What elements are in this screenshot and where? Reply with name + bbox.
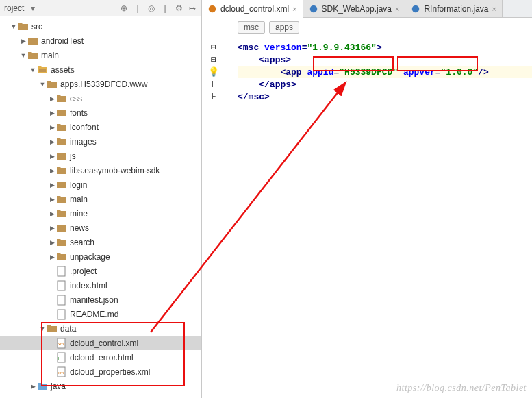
- tree-label: images: [70, 137, 97, 147]
- collapsed-arrow-icon[interactable]: ▶: [48, 239, 56, 246]
- collapsed-arrow-icon[interactable]: ▶: [48, 210, 56, 217]
- code-line[interactable]: <msc version="1.9.9.43166">: [238, 41, 532, 53]
- arrow-icon[interactable]: ↦: [188, 3, 197, 13]
- tree-node-apps[interactable]: ▼ apps.H5339DFCD.www: [0, 77, 201, 91]
- folder-icon: [56, 194, 67, 205]
- collapsed-arrow-icon[interactable]: ▶: [48, 196, 56, 203]
- tree-folder[interactable]: ▶news: [0, 221, 201, 235]
- expand-arrow-icon[interactable]: ▼: [38, 81, 47, 88]
- tree-folder[interactable]: ▶unpackage: [0, 249, 201, 264]
- tree-folder[interactable]: ▶libs.easymob-webim-sdk: [0, 163, 201, 177]
- svg-point-12: [309, 5, 317, 12]
- collapsed-arrow-icon[interactable]: ▶: [48, 95, 56, 102]
- expand-arrow-icon[interactable]: ▼: [29, 66, 37, 73]
- tree-folder[interactable]: ▶images: [0, 134, 201, 149]
- tree-label: iconfont: [70, 123, 99, 132]
- chevron-down-icon[interactable]: ▾: [28, 3, 38, 13]
- collapsed-arrow-icon[interactable]: ▶: [48, 124, 56, 131]
- folder-icon: [56, 237, 67, 248]
- folder-icon: [56, 151, 67, 162]
- collapsed-arrow-icon[interactable]: ▶: [48, 167, 56, 174]
- collapse-icon[interactable]: ⊕: [119, 3, 129, 13]
- collapsed-arrow-icon[interactable]: ▶: [29, 383, 37, 390]
- fold-minus-icon[interactable]: ⊟: [209, 55, 218, 64]
- collapsed-arrow-icon[interactable]: ▶: [19, 38, 27, 45]
- folder-icon: [27, 50, 38, 61]
- editor-tab[interactable]: SDK_WebApp.java×: [303, 0, 406, 17]
- collapsed-arrow-icon[interactable]: ▶: [48, 225, 56, 232]
- expand-arrow-icon[interactable]: ▼: [38, 325, 47, 332]
- breadcrumb-bar: msc apps: [202, 18, 532, 37]
- tree-label: java: [51, 382, 66, 391]
- expand-arrow-icon[interactable]: ▼: [10, 23, 18, 30]
- xml-tag: apps: [264, 55, 286, 65]
- breadcrumb[interactable]: apps: [269, 21, 299, 34]
- gear-icon[interactable]: ⚙: [174, 3, 183, 13]
- lightbulb-icon[interactable]: 💡: [209, 67, 218, 77]
- collapsed-arrow-icon[interactable]: ▶: [48, 182, 56, 188]
- tree-node-src[interactable]: ▼ src: [0, 19, 201, 34]
- tree-node-dcloud-error[interactable]: ▶ h dcloud_error.html: [0, 350, 201, 364]
- tree-label: news: [70, 223, 89, 233]
- xml-tag: msc: [249, 92, 264, 102]
- folder-icon: [56, 93, 67, 104]
- tree-file[interactable]: ▶manifest.json: [0, 293, 201, 307]
- tree-folder[interactable]: ▶login: [0, 177, 201, 192]
- tree-file[interactable]: ▶README.md: [0, 307, 201, 321]
- tree-label: dcloud_error.html: [70, 353, 134, 362]
- code-editor[interactable]: ⊟ ⊟ 💡 ⊦ ⊦ <msc version="1.9.9.43166"> <a…: [202, 37, 532, 398]
- tree-folder[interactable]: ▶search: [0, 235, 201, 249]
- code-line[interactable]: </msc>: [238, 90, 532, 103]
- file-icon: [56, 295, 67, 306]
- file-icon: [56, 266, 67, 277]
- project-tree[interactable]: ▼ src ▶ androidTest ▼ main ▼ assets: [0, 16, 201, 398]
- tree-node-data[interactable]: ▼ data: [0, 321, 201, 336]
- close-icon[interactable]: ×: [395, 5, 399, 13]
- collapsed-arrow-icon[interactable]: ▶: [48, 138, 56, 145]
- tree-node-androidTest[interactable]: ▶ androidTest: [0, 34, 201, 48]
- tree-label: src: [31, 22, 42, 32]
- folder-icon: [56, 208, 67, 219]
- sep-icon: |: [133, 3, 142, 13]
- tree-folder[interactable]: ▶mine: [0, 206, 201, 221]
- collapsed-arrow-icon[interactable]: ▶: [48, 110, 56, 116]
- tree-node-dcloud-properties[interactable]: ▶ xml dcloud_properties.xml: [0, 364, 201, 379]
- folder-icon: [56, 136, 67, 147]
- folder-icon: [56, 223, 67, 234]
- folder-icon: [56, 165, 67, 176]
- collapsed-arrow-icon[interactable]: ▶: [48, 153, 56, 160]
- editor-tab[interactable]: RInformation.java×: [405, 0, 502, 17]
- expand-arrow-icon[interactable]: ▼: [19, 52, 27, 59]
- tree-label: mine: [70, 209, 88, 219]
- xml-attr: appid: [307, 67, 333, 77]
- tree-folder[interactable]: ▶main: [0, 192, 201, 206]
- breadcrumb[interactable]: msc: [238, 21, 265, 34]
- close-icon[interactable]: ×: [292, 5, 296, 13]
- folder-icon: [47, 79, 58, 90]
- class-file-icon: [309, 4, 318, 14]
- xml-val: "1.0.0": [441, 67, 479, 77]
- code-line[interactable]: <apps>: [238, 53, 532, 66]
- tree-node-java[interactable]: ▶ java: [0, 379, 201, 393]
- tree-label: androidTest: [41, 36, 84, 46]
- close-icon[interactable]: ×: [492, 5, 496, 13]
- code-line[interactable]: </apps>: [238, 78, 532, 90]
- tree-node-dcloud-control[interactable]: ▶ xml dcloud_control.xml: [0, 336, 201, 350]
- tree-folder[interactable]: ▶js: [0, 149, 201, 163]
- collapsed-arrow-icon[interactable]: ▶: [48, 253, 56, 260]
- tree-label: data: [60, 324, 76, 334]
- tree-file[interactable]: ▶.project: [0, 264, 201, 278]
- svg-text:xml: xml: [58, 371, 64, 375]
- tree-folder[interactable]: ▶fonts: [0, 105, 201, 120]
- editor-tab[interactable]: dcloud_control.xml×: [202, 0, 303, 18]
- tree-label: libs.easymob-webim-sdk: [70, 166, 160, 175]
- target-icon[interactable]: ◎: [147, 3, 156, 13]
- code-line-highlighted[interactable]: <app appid="H5339DFCD" appver="1.0.0"/>: [238, 66, 532, 78]
- fold-minus-icon[interactable]: ⊟: [209, 42, 218, 52]
- tree-file[interactable]: ▶index.html: [0, 278, 201, 293]
- tree-node-main[interactable]: ▼ main: [0, 48, 201, 62]
- tree-label: manifest.json: [70, 295, 118, 305]
- tree-folder[interactable]: ▶iconfont: [0, 120, 201, 134]
- tree-folder[interactable]: ▶css: [0, 91, 201, 105]
- tree-node-assets[interactable]: ▼ assets: [0, 62, 201, 77]
